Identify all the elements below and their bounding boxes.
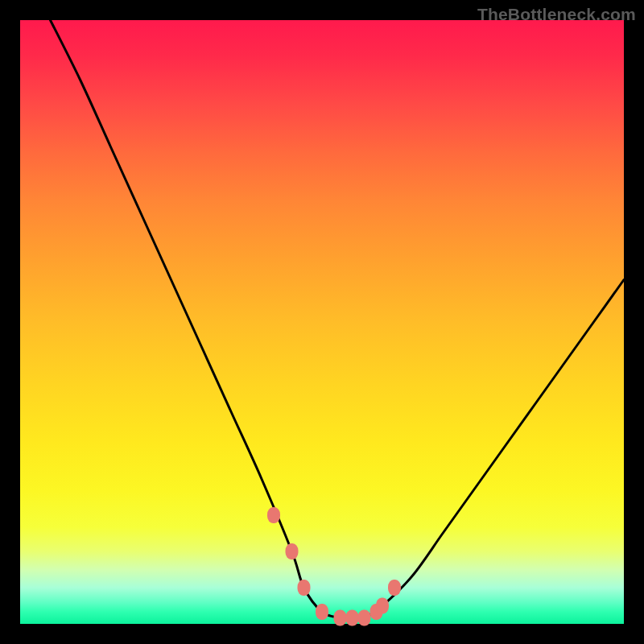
highlight-marker (267, 507, 280, 523)
highlight-marker (316, 604, 328, 620)
marker-layer (267, 507, 401, 626)
highlight-marker (346, 610, 359, 626)
highlight-marker (358, 610, 371, 626)
highlight-marker (376, 598, 389, 614)
bottleneck-curve (51, 20, 625, 619)
highlight-marker (334, 610, 347, 626)
chart-frame: TheBottleneck.com (0, 0, 644, 644)
highlight-marker (388, 580, 401, 596)
highlight-marker (286, 543, 299, 559)
watermark-text: TheBottleneck.com (477, 5, 636, 24)
chart-svg (20, 20, 624, 624)
highlight-marker (298, 580, 311, 596)
curve-layer (51, 20, 625, 619)
